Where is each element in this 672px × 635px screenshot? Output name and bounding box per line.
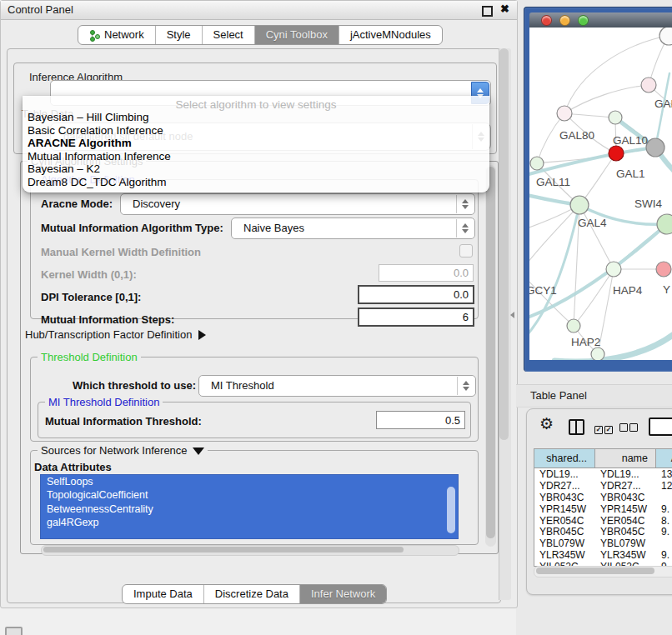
scrollbar-thumb[interactable] — [43, 547, 404, 552]
table-row[interactable]: YDR27...YDR27...12 — [534, 480, 672, 492]
float-window-icon[interactable] — [482, 6, 493, 17]
node-gal4[interactable] — [570, 196, 589, 214]
node-gal80[interactable] — [557, 106, 572, 121]
minimize-traffic-icon[interactable] — [559, 15, 570, 26]
combo-stepper-icon[interactable] — [457, 377, 474, 395]
cell[interactable]: YER054C — [595, 515, 656, 527]
cell[interactable]: YDR27... — [534, 480, 595, 492]
cell[interactable]: 9. — [656, 549, 672, 561]
mi-steps-input[interactable]: 6 — [358, 308, 474, 327]
cell[interactable]: YDL19... — [534, 468, 595, 480]
table-row[interactable]: YER054CYER054C8. — [534, 515, 672, 527]
manual-kernel-checkbox[interactable] — [459, 244, 473, 258]
scrollbar-thumb[interactable] — [499, 48, 509, 440]
node-hap2[interactable] — [567, 319, 580, 332]
list-item[interactable]: gal4RGexp — [41, 516, 458, 529]
zoom-traffic-icon[interactable] — [578, 15, 589, 26]
algorithm-option[interactable]: Mutual Information Inference — [23, 150, 489, 163]
algorithm-option[interactable]: Bayesian – K2 — [23, 162, 489, 176]
dpi-tolerance-input[interactable]: 0.0 — [358, 285, 474, 304]
data-attributes-list[interactable]: SelfLoops TopologicalCoefficient Between… — [40, 474, 459, 539]
cell[interactable] — [656, 538, 672, 549]
new-table-icon[interactable] — [649, 418, 672, 436]
panel-splitter-icon[interactable] — [510, 312, 514, 318]
combo-stepper-icon[interactable] — [456, 219, 474, 238]
tab-jactivemnodules[interactable]: jActiveMNodules — [339, 26, 442, 44]
cell[interactable]: YBR045C — [595, 526, 656, 538]
table-row[interactable]: YDL19...YDL19...13 — [534, 468, 672, 480]
column-header-shared-name[interactable]: shared... — [534, 449, 595, 468]
table-row[interactable]: YLR345WYLR345W9. — [534, 549, 672, 561]
node-gal1[interactable] — [609, 146, 624, 161]
cell[interactable]: 8. — [656, 515, 672, 527]
close-icon[interactable]: ✖ — [500, 2, 509, 15]
algorithm-option-selected[interactable]: ARACNE Algorithm — [23, 137, 489, 150]
cell[interactable] — [656, 492, 672, 503]
tab-cyni-toolbox[interactable]: Cyni Toolbox — [255, 26, 339, 44]
algorithm-option[interactable]: Basic Correlation Inference — [23, 124, 489, 138]
list-vertical-scrollbar[interactable] — [447, 487, 455, 533]
select-all-checkboxes-icon[interactable]: ✓✓ — [594, 422, 614, 434]
list-item[interactable]: TopologicalCoefficient — [41, 488, 458, 502]
table-row[interactable]: YBR043CYBR043C — [534, 492, 672, 503]
network-window-titlebar[interactable] — [529, 12, 672, 28]
tab-network[interactable]: Network — [78, 26, 156, 44]
list-item[interactable]: SelfLoops — [41, 475, 458, 488]
network-canvas[interactable]: GAL GAL80 GAL10 GAL1 GAL11 SWI4 GAL4 GCY… — [529, 28, 672, 360]
columns-icon[interactable] — [569, 419, 584, 435]
node-gray[interactable] — [646, 138, 664, 157]
table-row[interactable]: YPR145WYPR145W9. — [534, 503, 672, 515]
node-gal[interactable] — [641, 78, 656, 92]
tab-discretize-data[interactable]: Discretize Data — [204, 585, 300, 603]
cell[interactable]: YPR145W — [595, 503, 656, 515]
cell[interactable]: 9. — [656, 526, 672, 538]
cell[interactable]: YBL079W — [595, 538, 656, 549]
tab-infer-network[interactable]: Infer Network — [300, 585, 386, 603]
cell[interactable]: 13 — [656, 468, 672, 480]
algorithm-option[interactable]: Bayesian – Hill Climbing — [23, 111, 489, 124]
cell[interactable]: YBL079W — [534, 538, 595, 549]
mi-threshold-input[interactable]: 0.5 — [376, 411, 465, 429]
tab-impute-data[interactable]: Impute Data — [123, 585, 204, 603]
deselect-all-checkboxes-icon[interactable] — [619, 422, 639, 434]
cell[interactable]: YDL19... — [595, 468, 656, 480]
cell[interactable]: YPR145W — [534, 503, 595, 515]
list-item[interactable]: BetweennessCentrality — [41, 502, 458, 516]
tab-select[interactable]: Select — [203, 26, 255, 44]
node-gal11[interactable] — [530, 157, 544, 170]
minimized-panel-stub[interactable] — [5, 627, 23, 635]
cell[interactable]: YBR045C — [534, 526, 595, 538]
node-bottom[interactable] — [591, 348, 604, 360]
column-header-name[interactable]: name — [595, 449, 656, 468]
scrollbar-thumb[interactable] — [486, 167, 495, 538]
aracne-mode-combobox[interactable]: Discovery — [120, 193, 475, 215]
combo-stepper-icon[interactable] — [456, 195, 474, 213]
cell[interactable]: YLR345W — [595, 549, 656, 561]
mi-type-combobox[interactable]: Naive Bayes — [231, 218, 475, 239]
tab-style[interactable]: Style — [156, 26, 203, 44]
node-gal10[interactable] — [609, 111, 622, 124]
cell[interactable]: YBR043C — [534, 492, 595, 503]
cell[interactable]: YER054C — [534, 515, 595, 527]
list-horizontal-scrollbar[interactable] — [41, 545, 459, 556]
algorithm-option[interactable]: Dream8 DC_TDC Algorithm — [23, 176, 489, 189]
kernel-width-input[interactable]: 0.0 — [379, 264, 474, 282]
cell[interactable]: YDR27... — [595, 480, 656, 492]
cell[interactable]: YBR043C — [595, 492, 656, 503]
node-partial[interactable] — [659, 28, 672, 45]
network-nodes[interactable] — [529, 28, 672, 360]
settings-vertical-scrollbar[interactable] — [485, 165, 496, 547]
node-pink[interactable] — [656, 262, 671, 277]
which-threshold-combobox[interactable]: MI Threshold — [198, 375, 476, 397]
gear-icon[interactable]: ⚙ — [539, 416, 554, 432]
cell[interactable]: 9. — [656, 503, 672, 515]
close-traffic-icon[interactable] — [541, 15, 552, 26]
node-hap4[interactable] — [606, 262, 621, 277]
node-swi4[interactable] — [657, 214, 672, 234]
cell[interactable]: 12 — [656, 480, 672, 492]
table-row[interactable]: YBL079WYBL079W — [534, 538, 672, 549]
cell[interactable]: YLR345W — [534, 549, 595, 561]
control-panel-scrollbar[interactable] — [499, 48, 511, 600]
hub-definition-toggle[interactable]: Hub/Transcription Factor Definition — [25, 328, 206, 341]
column-header-partial[interactable]: A — [656, 449, 672, 468]
